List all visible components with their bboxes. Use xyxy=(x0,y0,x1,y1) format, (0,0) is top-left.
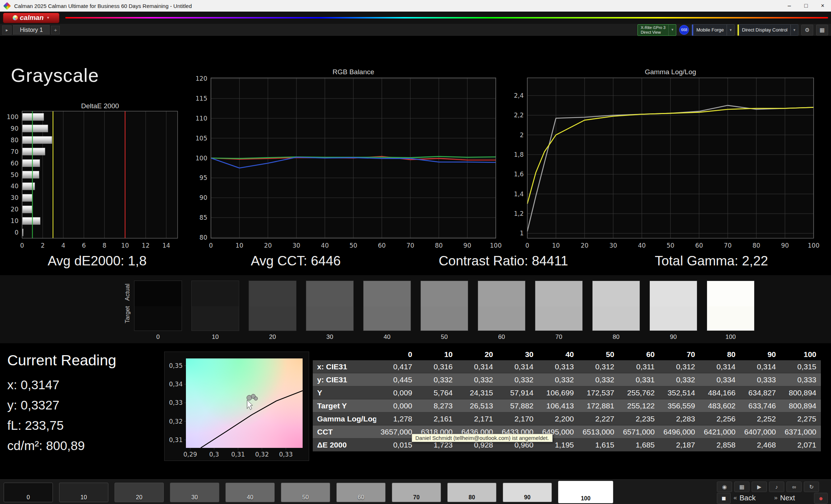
table-cell: 0,009 xyxy=(376,388,417,397)
table-cell: 255,122 xyxy=(619,402,659,410)
table-cell: 6407,000 xyxy=(740,428,781,436)
svg-text:10: 10 xyxy=(121,242,129,249)
table-cell: 255,762 xyxy=(619,388,659,397)
window-title: Calman 2025 Calman Ultimate for Business… xyxy=(14,3,192,9)
app-icon xyxy=(3,2,11,9)
current-reading-y: y: 0,3327 xyxy=(7,398,59,412)
meter-icon[interactable]: ◉ xyxy=(717,482,732,492)
level-patch-button-100[interactable]: 100 xyxy=(558,481,613,503)
table-cell: 0,316 xyxy=(417,362,457,371)
calman-logo-button[interactable]: calman ▼ xyxy=(3,13,59,23)
svg-text:80: 80 xyxy=(199,234,207,241)
level-patch-button-20[interactable]: 20 xyxy=(115,483,164,502)
settings-gear-button[interactable]: ⚙ xyxy=(801,25,813,35)
next-button-label: Next xyxy=(780,494,795,502)
rgb-balance-chart: 0102030405060708090100120115110105100959… xyxy=(196,76,502,253)
next-button[interactable]: »Next xyxy=(774,493,795,503)
table-cell: 0,333 xyxy=(740,375,781,384)
table-cell: 1,278 xyxy=(376,415,417,423)
table-cell: 0,332 xyxy=(659,375,700,384)
patch-level-label: 60 xyxy=(337,494,385,501)
svg-text:1,6: 1,6 xyxy=(514,171,524,178)
svg-text:60: 60 xyxy=(11,160,18,167)
swatch-level-label: 80 xyxy=(592,333,640,341)
table-cell: ΔE 2000 xyxy=(313,441,376,449)
svg-text:100: 100 xyxy=(490,242,502,249)
table-cell: 40 xyxy=(538,350,578,359)
svg-text:70: 70 xyxy=(406,242,414,249)
display-control-selector[interactable]: Direct Display Control ▼ xyxy=(737,24,798,36)
results-table: 0102030405060708090100x: CIE310,4170,316… xyxy=(313,348,821,452)
table-row: x: CIE310,4170,3160,3140,3140,3130,3120,… xyxy=(313,360,821,373)
play-icon[interactable]: ▶ xyxy=(752,482,767,492)
svg-text:0,32: 0,32 xyxy=(255,451,269,458)
patch-level-label: 40 xyxy=(226,494,274,501)
swatch-target xyxy=(420,306,468,331)
svg-text:40: 40 xyxy=(638,242,646,249)
svg-text:2: 2 xyxy=(41,242,45,249)
table-row: Y0,0095,76424,31557,914106,699172,537255… xyxy=(313,386,821,399)
refresh-icon[interactable]: ↻ xyxy=(804,482,819,492)
meter-name: X-Rite i1Pro 3 xyxy=(641,25,665,30)
svg-text:100: 100 xyxy=(808,242,819,249)
chevron-down-icon: ▼ xyxy=(727,25,734,35)
audio-icon[interactable]: ♪ xyxy=(769,482,784,492)
record-button[interactable]: ● xyxy=(814,493,828,504)
patch-level-label: 100 xyxy=(558,495,613,502)
level-patch-button-90[interactable]: 90 xyxy=(503,483,552,502)
table-cell: 60 xyxy=(619,350,659,359)
pattern-icon[interactable]: ▦ xyxy=(734,482,749,492)
table-cell: 800,894 xyxy=(780,388,821,397)
table-cell: x: CIE31 xyxy=(313,362,376,371)
swatch-actual xyxy=(707,281,755,306)
table-cell: 2,283 xyxy=(659,415,700,423)
svg-text:1: 1 xyxy=(520,230,524,237)
gray-swatch-80: 80 xyxy=(592,281,640,331)
table-cell: 0,331 xyxy=(619,375,659,384)
continuous-icon[interactable]: ∞ xyxy=(786,482,802,492)
table-cell: 2,256 xyxy=(699,415,740,423)
panel-toggle-button[interactable]: ▦ xyxy=(816,25,828,35)
patch-level-label: 80 xyxy=(448,494,496,501)
tab-add-button[interactable]: + xyxy=(51,26,60,34)
gray-swatch-100: 100 xyxy=(707,281,755,331)
gamma-chart: 01020304050607080901002,42,221,81,61,41,… xyxy=(512,76,820,253)
swatch-target xyxy=(363,306,411,331)
brand-bar: calman ▼ xyxy=(0,12,831,24)
cie-chromaticity-chart: 0,290,30,310,320,330,350,340,330,320,31 xyxy=(165,352,309,461)
table-cell: 2,171 xyxy=(457,415,498,423)
close-button[interactable]: × xyxy=(814,0,831,12)
level-patch-button-50[interactable]: 50 xyxy=(281,483,330,502)
level-patch-button-0[interactable]: 0 xyxy=(4,483,53,502)
level-patch-button-10[interactable]: 10 xyxy=(59,483,108,502)
stop-button[interactable]: ■ xyxy=(717,493,731,504)
level-patch-button-70[interactable]: 70 xyxy=(392,483,441,502)
meter-status-badge[interactable]: 668 xyxy=(679,25,689,35)
source-name: Mobile Forge xyxy=(693,27,727,33)
minimize-button[interactable]: – xyxy=(781,0,798,12)
level-patch-button-30[interactable]: 30 xyxy=(170,483,219,502)
tab-scroll-button[interactable]: ▸ xyxy=(2,25,12,35)
level-patch-button-40[interactable]: 40 xyxy=(225,483,275,502)
patch-level-label: 30 xyxy=(170,494,219,501)
svg-text:100: 100 xyxy=(7,113,18,121)
patch-level-label: 0 xyxy=(4,494,53,501)
swatch-target xyxy=(306,306,354,331)
level-patch-button-80[interactable]: 80 xyxy=(447,483,496,502)
current-reading-title: Current Reading xyxy=(7,352,116,369)
back-button[interactable]: «Back xyxy=(734,493,756,503)
svg-text:0,35: 0,35 xyxy=(169,362,183,369)
tab-history-1[interactable]: History 1 xyxy=(13,25,50,35)
level-patch-button-60[interactable]: 60 xyxy=(336,483,386,502)
swatch-level-label: 90 xyxy=(649,333,697,341)
table-cell: 6371,000 xyxy=(780,428,821,436)
table-cell: 6571,000 xyxy=(619,428,659,436)
table-cell: 8,273 xyxy=(417,402,457,410)
window-controls: – □ × xyxy=(781,0,831,12)
maximize-button[interactable]: □ xyxy=(798,0,814,12)
meter-selector[interactable]: X-Rite i1Pro 3 Direct View ▼ xyxy=(637,24,676,36)
source-selector[interactable]: Mobile Forge ▼ xyxy=(692,24,735,36)
current-reading-cdm2: cd/m²: 800,89 xyxy=(7,438,85,453)
svg-text:60: 60 xyxy=(695,242,703,249)
svg-text:20: 20 xyxy=(11,206,18,213)
